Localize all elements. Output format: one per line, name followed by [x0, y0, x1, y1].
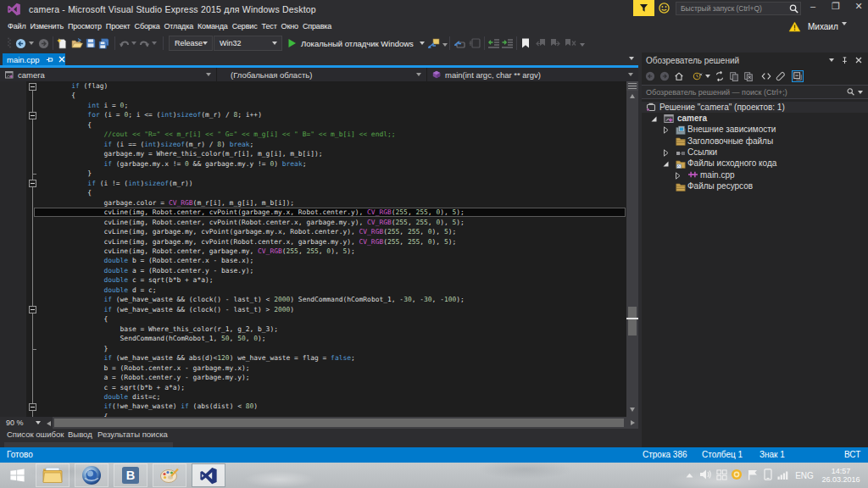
se-search-icon[interactable]: [846, 87, 855, 97]
navbar-scope-combo[interactable]: (Глобальная область): [217, 68, 427, 81]
expander-collapsed-icon[interactable]: [674, 172, 682, 180]
solution-explorer-header[interactable]: Обозреватель решений: [642, 53, 868, 68]
start-button[interactable]: [2, 463, 32, 487]
menu-item-1[interactable]: Файл: [8, 22, 26, 30]
editor-horizontal-scrollbar[interactable]: 90 %: [0, 417, 638, 429]
expander-expanded-icon[interactable]: [662, 160, 670, 168]
new-file-button[interactable]: [56, 36, 68, 50]
navigate-forward-button[interactable]: [37, 36, 49, 50]
navbar-project-combo[interactable]: camera: [0, 68, 217, 81]
se-home-button[interactable]: [673, 70, 685, 82]
warning-icon[interactable]: [788, 21, 801, 32]
tree-item-5[interactable]: Ссылки: [642, 147, 868, 158]
se-forward-button[interactable]: [659, 70, 670, 82]
panel-pin-icon[interactable]: [841, 57, 849, 64]
undo-button[interactable]: [118, 36, 130, 50]
user-menu-caret-icon[interactable]: [842, 22, 847, 25]
restore-button[interactable]: ❐: [826, 0, 845, 14]
editor-vertical-scrollbar[interactable]: [626, 81, 638, 417]
taskbar-explorer-button[interactable]: [36, 463, 70, 487]
pin-icon[interactable]: [46, 56, 53, 64]
phone-device-icon[interactable]: [762, 468, 774, 481]
tool-tab-1[interactable]: Список ошибок: [7, 430, 64, 447]
clear-bookmarks-button[interactable]: [564, 36, 577, 50]
se-properties-button[interactable]: [775, 70, 787, 82]
minimize-button[interactable]: –: [804, 0, 822, 14]
menu-item-8[interactable]: Сервис: [232, 22, 258, 30]
outdent-button[interactable]: [487, 36, 499, 50]
navigate-back-caret-icon[interactable]: [29, 42, 34, 45]
toolbar-icon-2[interactable]: [468, 36, 481, 50]
tab-main-cpp[interactable]: main.cpp: [3, 53, 65, 65]
vertical-scroll-thumb[interactable]: [628, 307, 637, 336]
tree-item-6[interactable]: Файлы исходного кода: [642, 158, 868, 169]
start-debug-button[interactable]: Локальный отладчик Windows: [287, 36, 425, 51]
menu-item-9[interactable]: Тест: [262, 22, 277, 30]
code-editor[interactable]: if (flag) { int i = 0; for (i = 0; i <= …: [0, 81, 626, 417]
taskbar-b-app-button[interactable]: B: [114, 463, 147, 487]
scroll-right-arrow-icon[interactable]: [631, 420, 635, 425]
taskbar-paint-button[interactable]: [153, 463, 186, 487]
search-icon[interactable]: [788, 3, 800, 14]
tool-tab-3[interactable]: Результаты поиска: [97, 430, 168, 447]
close-button[interactable]: ✕: [849, 0, 868, 14]
taskbar-browser-button[interactable]: [75, 463, 108, 487]
volume-icon[interactable]: [698, 468, 712, 481]
notification-icon[interactable]: [633, 0, 654, 16]
panel-close-icon[interactable]: [855, 57, 862, 64]
tree-item-8[interactable]: Файлы ресурсов: [642, 181, 868, 192]
redo-caret-icon[interactable]: [152, 42, 157, 45]
expander-expanded-icon[interactable]: [650, 115, 658, 123]
redo-button[interactable]: [138, 36, 150, 50]
tree-item-2[interactable]: camera: [642, 113, 868, 124]
tab-close-icon[interactable]: [58, 56, 65, 63]
se-sync-button[interactable]: [714, 70, 726, 82]
toolbar-icon-1[interactable]: [453, 36, 465, 50]
taskbar-visual-studio-button[interactable]: [192, 463, 225, 487]
save-all-button[interactable]: [97, 36, 111, 50]
scroll-up-arrow-icon[interactable]: [630, 94, 635, 98]
se-search-caret-icon[interactable]: [858, 91, 863, 94]
se-scope-caret-icon[interactable]: [705, 75, 710, 78]
tree-item-4[interactable]: Заголовочные файлы: [642, 136, 868, 147]
menu-item-3[interactable]: Просмотр: [68, 22, 102, 30]
menu-item-2[interactable]: Изменить: [31, 22, 64, 30]
navbar-function-combo[interactable]: main(int argc, char ** argv): [427, 68, 638, 81]
quick-launch-search[interactable]: Быстрый запуск (Ctrl+Q): [676, 2, 801, 15]
attach-caret-icon[interactable]: [442, 43, 448, 47]
solution-explorer-search[interactable]: Обозреватель решений — поиск (Ctrl+;): [642, 85, 868, 99]
menu-item-4[interactable]: Проект: [106, 22, 131, 30]
se-pending-changes-button[interactable]: [692, 70, 704, 82]
horizontal-scroll-thumb[interactable]: [54, 419, 624, 427]
horizontal-scroll-track[interactable]: [53, 417, 626, 429]
expander-collapsed-icon[interactable]: [662, 149, 670, 157]
bookmark-caret-icon[interactable]: [580, 43, 585, 47]
menu-item-10[interactable]: Окно: [281, 22, 298, 30]
indent-button[interactable]: [501, 36, 513, 50]
zoom-control[interactable]: 90 %: [0, 417, 46, 429]
prev-bookmark-button[interactable]: [535, 36, 547, 50]
menu-item-6[interactable]: Отладка: [164, 22, 194, 30]
open-file-button[interactable]: [70, 36, 83, 50]
scroll-down-arrow-icon[interactable]: [630, 408, 635, 412]
tray-update-icon[interactable]: [730, 468, 743, 481]
tree-item-3[interactable]: Внешние зависимости: [642, 125, 868, 136]
clock[interactable]: 14:57 26.03.2016: [819, 466, 863, 485]
panel-menu-caret-icon[interactable]: [829, 58, 834, 62]
menu-item-5[interactable]: Сборка: [135, 22, 160, 30]
user-name[interactable]: Михаил: [808, 22, 838, 31]
action-center-flag-icon[interactable]: [746, 468, 760, 481]
configuration-combo[interactable]: Release: [169, 36, 213, 51]
expander-collapsed-icon[interactable]: [662, 126, 670, 134]
network-signal-icon[interactable]: [776, 469, 791, 480]
tree-item-7[interactable]: main.cpp: [642, 169, 868, 180]
scroll-left-arrow-icon[interactable]: [47, 421, 51, 426]
bookmark-button[interactable]: [520, 36, 531, 50]
language-indicator[interactable]: ENG: [793, 470, 815, 481]
next-bookmark-button[interactable]: [549, 36, 561, 50]
tree-item-1[interactable]: Решение "camera" (проектов: 1): [642, 102, 868, 113]
tab-list-caret-icon[interactable]: [629, 57, 634, 60]
undo-caret-icon[interactable]: [131, 42, 136, 45]
se-copy-button[interactable]: [743, 70, 754, 82]
se-back-button[interactable]: [644, 70, 656, 82]
